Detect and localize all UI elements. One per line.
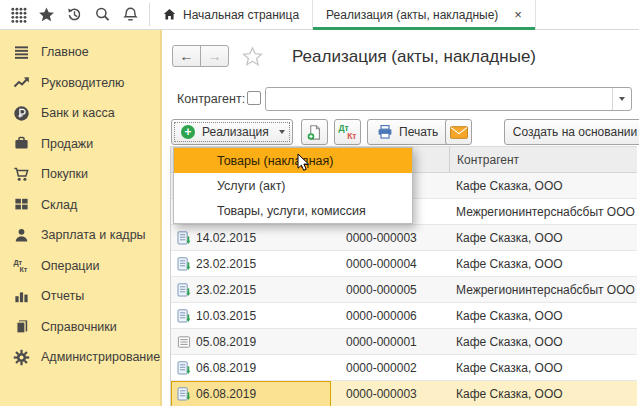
sections-sidebar: ГлавноеРуководителюБанк и кассаПродажиПо… <box>0 30 162 406</box>
menu-item-1[interactable]: Товары (накладная) <box>174 148 412 173</box>
cell-contractor: Кафе Сказка, ООО <box>449 309 637 323</box>
sidebar-item-покупки[interactable]: Покупки <box>0 159 160 190</box>
table-row[interactable]: 23.02.20150000-000004Кафе Сказка, ООО <box>171 251 637 277</box>
cell-date: 23.02.2015 <box>171 277 331 303</box>
cell-contractor: Кафе Сказка, ООО <box>449 335 637 349</box>
printer-icon <box>377 124 393 140</box>
cell-number: 0000-000004 <box>331 257 449 271</box>
chevron-down-icon <box>279 130 285 134</box>
sidebar-item-банк-и-касса[interactable]: Банк и касса <box>0 98 160 129</box>
table-row[interactable]: 06.08.20190000-000003Кафе Сказка, ООО <box>171 381 637 406</box>
cell-contractor: Кафе Сказка, ООО <box>449 387 637 401</box>
create-realization-label: Реализация <box>202 125 269 139</box>
menu-item-2[interactable]: Услуги (акт) <box>174 173 412 198</box>
tab-close-icon[interactable]: × <box>514 8 522 21</box>
sidebar-item-главное[interactable]: Главное <box>0 37 160 68</box>
document-posted-icon <box>177 387 191 401</box>
sidebar-item-склад[interactable]: Склад <box>0 190 160 221</box>
cell-contractor: Кафе Сказка, ООО <box>449 257 637 271</box>
sidebar-item-label: Склад <box>41 198 77 212</box>
tab-realization[interactable]: Реализация (акты, накладные) × <box>313 0 536 29</box>
date-value: 23.02.2015 <box>196 257 256 271</box>
nav-history-buttons: ← → <box>172 45 229 67</box>
create-realization-button[interactable]: + Реализация <box>171 119 293 145</box>
sidebar-item-label: Администрирование <box>41 350 160 364</box>
notifications-bell-icon[interactable] <box>119 3 142 26</box>
show-postings-button[interactable]: Дт Кт <box>334 119 361 145</box>
sidebar-item-администрирование[interactable]: Администрирование <box>0 342 160 373</box>
apps-grid-icon[interactable] <box>7 3 30 26</box>
column-header-contractor[interactable]: Контрагент <box>449 147 637 172</box>
chevron-down-icon <box>619 97 625 101</box>
cell-number: 0000-000003 <box>331 231 449 245</box>
person-icon <box>13 227 30 244</box>
date-value: 10.03.2015 <box>196 309 256 323</box>
briefcase-icon <box>13 135 30 152</box>
realization-type-menu: Товары (накладная)Услуги (акт)Товары, ус… <box>173 147 413 224</box>
sidebar-item-зарплата-и-кадры[interactable]: Зарплата и кадры <box>0 220 160 251</box>
cell-contractor: Кафе Сказка, ООО <box>449 361 637 375</box>
sidebar-item-операции[interactable]: ДтКтОперации <box>0 251 160 282</box>
favorites-star-icon[interactable] <box>35 3 58 26</box>
date-value: 23.02.2015 <box>196 283 256 297</box>
document-posted-icon <box>177 361 191 375</box>
document-posted-icon <box>177 283 191 297</box>
sidebar-item-продажи[interactable]: Продажи <box>0 129 160 160</box>
table-row[interactable]: 10.03.20150000-000006Кафе Сказка, ООО <box>171 303 637 329</box>
bar-chart-icon <box>13 288 30 305</box>
cell-date: 06.08.2019 <box>171 381 331 406</box>
forward-button[interactable]: → <box>200 45 229 67</box>
cell-date: 10.03.2015 <box>171 303 331 329</box>
favorite-star-icon[interactable] <box>242 46 263 67</box>
cell-date: 06.08.2019 <box>171 355 331 381</box>
copy-document-button[interactable] <box>301 119 328 145</box>
print-label: Печать <box>399 125 438 139</box>
sidebar-item-label: Покупки <box>41 167 88 181</box>
sidebar-item-label: Зарплата и кадры <box>41 228 146 242</box>
tab-home-page[interactable]: Начальная страница <box>150 0 313 29</box>
top-toolbar: Начальная страница Реализация (акты, нак… <box>0 0 639 30</box>
table-row[interactable]: 14.02.20150000-000003Кафе Сказка, ООО <box>171 225 637 251</box>
document-posted-icon <box>177 257 191 271</box>
create-based-on-button[interactable]: Создать на основании <box>504 119 639 145</box>
cell-number: 0000-000001 <box>331 335 449 349</box>
history-icon[interactable] <box>63 3 86 26</box>
table-row[interactable]: 23.02.20150000-000005Межрегионинтерснабс… <box>171 277 637 303</box>
back-button[interactable]: ← <box>172 45 201 67</box>
combo-dropdown-button[interactable] <box>612 88 631 110</box>
dtkt-icon: ДтКт <box>13 257 30 274</box>
svg-text:Кт: Кт <box>19 266 27 275</box>
send-email-button[interactable] <box>445 119 472 145</box>
sidebar-item-справочники[interactable]: Справочники <box>0 312 160 343</box>
page-title: Реализация (акты, накладные) <box>292 47 536 67</box>
sidebar-item-label: Продажи <box>41 137 93 151</box>
cell-contractor: Межрегионинтерснабсбыт ООО <box>449 283 637 297</box>
home-icon <box>163 8 176 21</box>
cell-number: 0000-000006 <box>331 309 449 323</box>
gear-icon <box>13 349 30 366</box>
counterparty-filter-label: Контрагент: <box>177 92 245 106</box>
counterparty-filter-combo <box>265 87 632 111</box>
search-icon[interactable] <box>91 3 114 26</box>
table-row[interactable]: 05.08.20190000-000001Кафе Сказка, ООО <box>171 329 637 355</box>
counterparty-filter-input[interactable] <box>266 89 612 109</box>
date-value: 06.08.2019 <box>196 361 256 375</box>
cart-icon <box>13 166 30 183</box>
quick-icons <box>0 0 149 29</box>
counterparty-filter-checkbox[interactable] <box>247 91 261 105</box>
sidebar-item-label: Операции <box>41 259 99 273</box>
date-value: 14.02.2015 <box>196 231 256 245</box>
table-row[interactable]: 06.08.20190000-000002Кафе Сказка, ООО <box>171 355 637 381</box>
hamburger-icon <box>13 44 30 61</box>
menu-item-3[interactable]: Товары, услуги, комиссия <box>174 198 412 223</box>
sidebar-item-отчеты[interactable]: Отчеты <box>0 281 160 312</box>
books-icon <box>13 318 30 335</box>
app-window: Начальная страница Реализация (акты, нак… <box>0 0 639 406</box>
document-posted-icon <box>177 309 191 323</box>
cell-date: 23.02.2015 <box>171 251 331 277</box>
sidebar-item-руководителю[interactable]: Руководителю <box>0 68 160 99</box>
cell-contractor: Межрегионинтерснабсбыт ООО <box>449 205 637 219</box>
date-value: 06.08.2019 <box>196 387 256 401</box>
date-value: 05.08.2019 <box>196 335 256 349</box>
ruble-coin-icon <box>13 105 30 122</box>
